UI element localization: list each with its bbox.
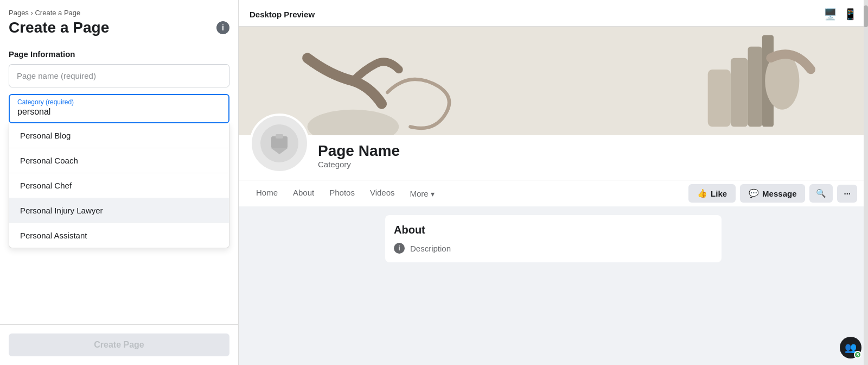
scrollbar[interactable] <box>864 0 868 365</box>
dropdown-item-personal-coach[interactable]: Personal Coach <box>9 148 229 173</box>
cover-photo <box>239 27 868 135</box>
info-icon[interactable]: i <box>216 21 229 34</box>
like-button[interactable]: 👍 Like <box>688 184 736 203</box>
page-title: Create a Page <box>9 19 109 36</box>
create-page-button[interactable]: Create Page <box>9 333 229 356</box>
svg-rect-9 <box>276 134 283 139</box>
dropdown-item-personal-blog[interactable]: Personal Blog <box>9 123 229 148</box>
about-card: About i Description <box>385 215 722 262</box>
about-info-icon: i <box>394 243 405 254</box>
fb-page-preview: Page Name Category Home About Photos Vid… <box>239 27 868 271</box>
more-chevron-icon <box>431 189 435 198</box>
breadcrumb: Pages › Create a Page <box>9 9 229 17</box>
description-text: Description <box>410 244 451 253</box>
category-dropdown: Personal Blog Personal Coach Personal Ch… <box>9 123 229 248</box>
breadcrumb-separator: › <box>31 9 33 17</box>
mobile-preview-icon[interactable]: 📱 <box>844 8 857 21</box>
breadcrumb-parent: Pages <box>9 9 29 17</box>
dropdown-item-personal-chef[interactable]: Personal Chef <box>9 173 229 198</box>
preview-icons: 🖥️ 📱 <box>824 8 857 21</box>
page-name-input[interactable] <box>9 64 229 87</box>
about-card-title: About <box>394 224 713 236</box>
svg-rect-3 <box>731 58 748 127</box>
message-icon: 💬 <box>749 188 759 198</box>
online-badge[interactable]: 👥 8 <box>840 337 861 358</box>
nav-links: Home About Photos Videos More <box>250 180 441 206</box>
search-icon: 🔍 <box>816 188 826 198</box>
section-label: Page Information <box>9 49 229 59</box>
nav-link-more[interactable]: More <box>404 181 441 206</box>
nav-link-videos[interactable]: Videos <box>363 180 401 206</box>
preview-header: Desktop Preview 🖥️ 📱 <box>239 0 868 27</box>
page-category-display: Category <box>318 160 400 169</box>
svg-rect-4 <box>748 47 762 127</box>
dropdown-item-personal-assistant[interactable]: Personal Assistant <box>9 223 229 248</box>
preview-title: Desktop Preview <box>250 10 315 19</box>
more-dots-icon: ··· <box>844 189 851 198</box>
category-field-wrapper: Category (required) <box>9 94 229 123</box>
online-count: 8 <box>854 351 861 358</box>
scrollbar-thumb[interactable] <box>864 5 868 27</box>
page-info: Page Name Category <box>318 142 400 173</box>
content-area: About i Description <box>239 206 868 271</box>
page-nav: Home About Photos Videos More 👍 Like <box>239 180 868 206</box>
about-desc-row: i Description <box>394 243 713 254</box>
page-title-row: Create a Page i <box>9 19 229 36</box>
svg-rect-2 <box>708 70 731 127</box>
nav-link-home[interactable]: Home <box>250 180 284 206</box>
category-input[interactable] <box>17 107 221 117</box>
breadcrumb-current: Create a Page <box>35 9 80 17</box>
category-floating-label: Category (required) <box>17 98 221 106</box>
nav-link-about[interactable]: About <box>286 180 321 206</box>
right-panel: Desktop Preview 🖥️ 📱 <box>239 0 868 365</box>
more-options-button[interactable]: ··· <box>837 185 857 203</box>
profile-section: Page Name Category <box>239 135 868 180</box>
left-panel: Pages › Create a Page Create a Page i Pa… <box>0 0 239 365</box>
nav-link-photos[interactable]: Photos <box>323 180 361 206</box>
profile-avatar <box>250 114 309 173</box>
dropdown-item-personal-injury-lawyer[interactable]: Personal Injury Lawyer <box>9 198 229 223</box>
create-page-section: Create Page <box>0 324 238 365</box>
preview-content: Page Name Category Home About Photos Vid… <box>239 27 868 365</box>
desktop-preview-icon[interactable]: 🖥️ <box>824 8 837 21</box>
search-button[interactable]: 🔍 <box>809 184 833 203</box>
nav-actions: 👍 Like 💬 Message 🔍 ··· <box>688 184 857 203</box>
like-thumb-icon: 👍 <box>697 188 707 198</box>
message-button[interactable]: 💬 Message <box>740 184 805 203</box>
page-name-display: Page Name <box>318 142 400 160</box>
